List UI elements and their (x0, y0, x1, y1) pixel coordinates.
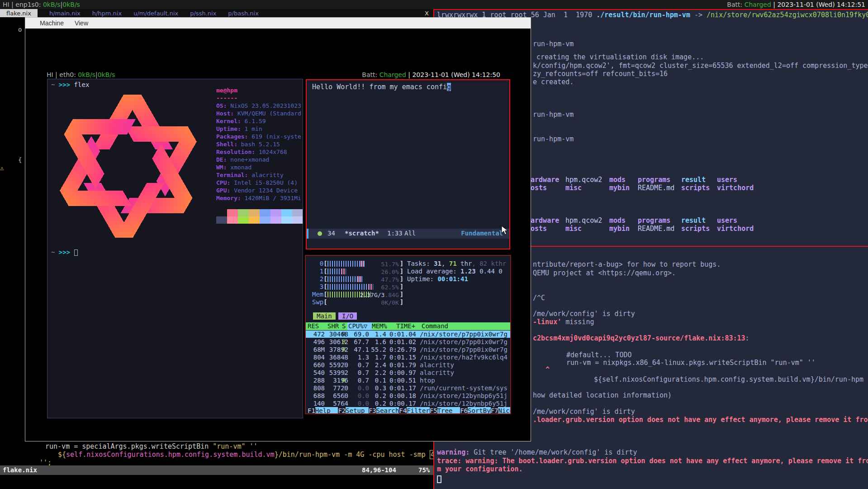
tab-ssh-nix[interactable]: p/ssh.nix (190, 10, 216, 17)
swap-meter: Swp[0K/0K] (312, 298, 403, 306)
dir-virtchord: virtchord (717, 184, 754, 192)
modeline-buffer-name: *scratch* (345, 230, 379, 237)
palette-swatch (238, 209, 249, 216)
vm-datetime: | 2023-11-01 (Wed) 14:12:50 (406, 71, 500, 78)
ls-symlink: ./result/bin/run-hpm-vm (596, 11, 690, 19)
fkey-f6[interactable]: F6 (460, 407, 468, 414)
error-rest: missing (561, 318, 594, 326)
dir-mods: mods (609, 216, 626, 225)
neofetch-user-host: me@hpm (216, 87, 237, 94)
process-row[interactable]: 6886560S0.00.20:00.18/nix/store/12bynbp6… (306, 392, 510, 399)
qemu-window[interactable]: Machine View HI | eth0: 0kB/s|0kB/s Batt… (25, 17, 531, 441)
warning-icon: ⚠ (0, 164, 4, 172)
nixos-logo (50, 89, 206, 244)
terminal-line: e created. (533, 78, 574, 86)
process-row[interactable]: 68M37892R47.155.20:26.79/nix/store/p7pp0… (306, 346, 510, 353)
file-readme: README.md (638, 225, 674, 233)
status-cursor-position: 84,96-104 (362, 466, 396, 474)
shell-command: flex (74, 81, 90, 88)
modeline-position: 1:33 (387, 230, 403, 237)
host-batt-status: Charged (745, 1, 771, 8)
col-res[interactable]: RES (308, 322, 319, 330)
fkey-f2[interactable]: F2 (338, 407, 346, 414)
terminal-line: -linux' missing (533, 318, 594, 326)
palette-swatch (216, 209, 227, 216)
fkey-f3[interactable]: F3 (369, 407, 376, 414)
fkey-filter[interactable]: Filter (407, 407, 430, 414)
col-mem[interactable]: MEM% (372, 322, 387, 330)
cpu-meter-2: 2[47.7%] (312, 275, 403, 283)
vm-display[interactable]: HI | eth0: 0kB/s|0kB/s Batt: Charged | 2… (25, 29, 531, 441)
neofetch-separator: ------ (216, 95, 237, 101)
dir-users: users (717, 176, 737, 184)
col-cpu[interactable]: CPU%▽ (348, 322, 367, 330)
code-interp-open: ${ (58, 451, 66, 459)
modeline-accent-bar (307, 229, 308, 239)
process-row[interactable]: 66055920S0.72.40:01.79alacritty (306, 361, 510, 369)
vm-terminal-cursor (74, 249, 78, 256)
process-row[interactable]: 54053992S0.72.20:00.97alacritty (306, 369, 510, 376)
process-row[interactable]: 1405764S0.00.20:00.17/nix/store/12bynbp6… (306, 400, 510, 407)
tab-default-nix[interactable]: u/m/default.nix (133, 10, 178, 17)
tab-flake-nix[interactable]: flake.nix (0, 9, 38, 17)
host-status-bar: HI | enp1s0: 0kB/s|0kB/s Batt: Charged |… (0, 0, 868, 9)
fkey-tree[interactable]: Tree (437, 407, 460, 414)
emacs-window[interactable]: Hello World!! from my emacs config 34 *s… (306, 79, 510, 249)
neofetch-de: DE: none+xmonad (216, 156, 269, 163)
fkey-f5[interactable]: F5 (430, 407, 437, 414)
warning-rest: Git tree '/home/me/work/config' is dirty (470, 448, 637, 456)
vm-network-label: HI | eth0: (47, 71, 78, 78)
terminal-line: zy_refcounts=off refcount_bits=16 (533, 70, 668, 78)
modeline-number: 34 (327, 230, 335, 237)
shell-prompt-2[interactable]: ~ >>> (51, 249, 78, 256)
fkey-f7[interactable]: F7 (491, 407, 498, 414)
neofetch-memory: Memory: 1420MiB / 3931Mi (216, 195, 301, 201)
fkey-sortby[interactable]: SortBy (468, 407, 491, 414)
htop-tab-main[interactable]: Main (313, 312, 336, 320)
fkey-f4[interactable]: F4 (399, 407, 407, 414)
terminal-cursor[interactable] (437, 475, 441, 483)
htop-window[interactable]: 0[51.7%] 1[26.0%] 2[47.7%] 3[62.5%] Mem[… (305, 255, 511, 414)
color-palette (216, 209, 303, 224)
col-time[interactable]: TIME+ (396, 322, 415, 330)
dir-hardware: hardware (526, 216, 559, 225)
palette-swatch (260, 209, 270, 216)
htop-tab-io[interactable]: I/O (338, 312, 357, 320)
menu-view[interactable]: View (69, 19, 94, 27)
dir-mybin: mybin (609, 184, 630, 192)
fkey-f1[interactable]: F1 (308, 407, 315, 414)
col-s[interactable]: S (342, 322, 346, 330)
htop-header-row[interactable]: RES SHR S CPU%▽ MEM% TIME+ Command (306, 322, 510, 330)
process-row-selected[interactable]: 47230468R69.01.40:01.04/nix/store/p7pp0i… (306, 331, 510, 338)
dir-misc: misc (565, 184, 582, 192)
editor-fragment-o: o (18, 26, 22, 33)
vm-batt-status: Charged (379, 71, 406, 78)
file-hpm-qcow2: hpm.qcow2 (565, 176, 602, 184)
fkey-nice[interactable]: Nice (498, 407, 511, 414)
tab-main-nix[interactable]: h/main.nix (49, 10, 81, 17)
vm-terminal-window[interactable]: ~ >>> flex (47, 79, 303, 418)
col-shr[interactable]: SHR (327, 322, 339, 330)
terminal-line: run-hpm-vm (533, 110, 574, 119)
palette-swatch (292, 209, 303, 216)
palette-swatch (216, 216, 227, 224)
file-readme: README.md (638, 184, 674, 192)
terminal-line: run-hpm-vm (533, 135, 574, 143)
fkey-setup[interactable]: Setup (346, 407, 369, 414)
menu-machine[interactable]: Machine (34, 19, 69, 27)
editor-tab-bar: flake.nix h/main.nix h/hpm.nix u/m/defau… (0, 9, 433, 17)
process-row[interactable]: 2883196R0.70.10:00.51htop (306, 377, 510, 384)
cpu-meter-3: 3[62.5%] (312, 283, 403, 290)
process-row[interactable]: 49630612R67.71.60:01.02/nix/store/p7pp0i… (306, 338, 510, 345)
col-command[interactable]: Command (422, 322, 448, 330)
fkey-search[interactable]: Search (376, 407, 399, 414)
process-row[interactable]: 8087720S0.00.30:01.17/run/current-system… (306, 384, 510, 392)
fkey-help[interactable]: Help (315, 407, 338, 414)
neofetch-packages: Packages: 619 (nix-syste (216, 133, 301, 140)
tab-bash-nix[interactable]: p/bash.nix (228, 10, 259, 17)
tab-hpm-nix[interactable]: h/hpm.nix (92, 10, 122, 17)
close-icon[interactable]: X (425, 10, 429, 17)
error-flake-location: c2bcsm4xmj0vd0capi9q2yc0yzl87-source/fla… (533, 334, 745, 342)
status-scroll-percent: 75% (418, 466, 430, 474)
process-row[interactable]: 80436848S1.31.70:01.15/nix/store/ha2fv9k… (306, 354, 510, 361)
